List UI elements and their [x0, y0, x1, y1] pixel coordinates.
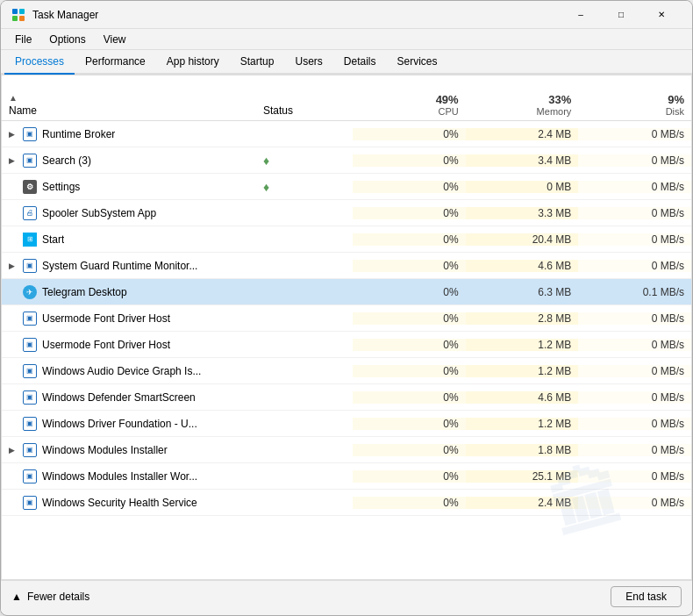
process-icon: ▣	[23, 259, 37, 273]
disk-column-header[interactable]: 9% Disk	[578, 90, 691, 120]
tab-performance[interactable]: Performance	[75, 50, 156, 75]
process-icon: ✈	[23, 285, 37, 299]
table-row[interactable]: ▣ Windows Modules Installer Wor... 0% 25…	[2, 463, 691, 490]
menu-options[interactable]: Options	[42, 32, 92, 47]
minimize-button[interactable]: –	[561, 1, 601, 29]
window-controls: – □ ✕	[561, 1, 682, 29]
table-row[interactable]: ▣ Windows Audio Device Graph Is... 0% 1.…	[2, 358, 691, 384]
process-memory-cell: 2.4 MB	[466, 497, 579, 509]
table-row[interactable]: ⊞ Start 0% 20.4 MB 0 MB/s	[2, 226, 691, 253]
process-name-label: Windows Security Health Service	[42, 497, 197, 509]
tab-startup[interactable]: Startup	[230, 50, 285, 75]
process-cpu-cell: 0%	[353, 470, 466, 483]
sort-arrow-up: ▲	[9, 93, 249, 103]
table-row[interactable]: ▣ Usermode Font Driver Host 0% 1.2 MB 0 …	[2, 332, 691, 358]
tab-app-history[interactable]: App history	[156, 50, 230, 75]
process-memory-cell: 1.2 MB	[466, 339, 579, 351]
process-cpu-cell: 0%	[353, 339, 466, 351]
process-name-label: Windows Defender SmartScreen	[42, 391, 196, 404]
process-icon: ▣	[23, 469, 37, 483]
memory-label: Memory	[473, 106, 572, 117]
process-status-cell: ♦	[256, 180, 353, 194]
process-cpu-cell: 0%	[353, 444, 466, 456]
process-cpu-cell: 0%	[353, 181, 466, 193]
table-row[interactable]: ✈ Telegram Desktop 0% 6.3 MB 0.1 MB/s	[2, 279, 691, 305]
table-row[interactable]: ▣ Usermode Font Driver Host 0% 2.8 MB 0 …	[2, 305, 691, 332]
process-cpu-cell: 0%	[353, 128, 466, 140]
process-icon: ▣	[23, 338, 37, 352]
memory-column-header[interactable]: 33% Memory	[466, 90, 579, 120]
process-name-cell: ▣ Windows Modules Installer Wor...	[2, 469, 256, 483]
process-memory-cell: 1.2 MB	[466, 365, 579, 377]
cpu-column-header[interactable]: 49% CPU	[353, 90, 466, 120]
process-icon: ▣	[23, 417, 37, 431]
process-cpu-cell: 0%	[353, 497, 466, 509]
process-disk-cell: 0 MB/s	[578, 312, 691, 325]
name-label: Name	[9, 104, 249, 117]
table-row[interactable]: 🖨 Spooler SubSystem App 0% 3.3 MB 0 MB/s	[2, 200, 691, 226]
status-column-header[interactable]: Status	[256, 101, 353, 120]
process-name-cell: ▶ ▣ System Guard Runtime Monitor...	[2, 259, 256, 273]
tab-processes[interactable]: Processes	[4, 50, 75, 75]
close-button[interactable]: ✕	[641, 1, 682, 29]
process-name-cell: 🖨 Spooler SubSystem App	[2, 206, 256, 220]
process-icon: ⚙	[23, 180, 37, 194]
process-disk-cell: 0 MB/s	[578, 470, 691, 483]
process-name-label: Settings	[42, 181, 80, 193]
svg-rect-3	[19, 16, 25, 21]
process-memory-cell: 3.4 MB	[466, 154, 579, 167]
process-name-cell: ⚙ Settings	[2, 180, 256, 194]
menu-bar: File Options View	[1, 29, 692, 50]
process-cpu-cell: 0%	[353, 233, 466, 246]
table-row[interactable]: ⚙ Settings ♦ 0% 0 MB 0 MB/s	[2, 174, 691, 200]
table-row[interactable]: ▣ Windows Defender SmartScreen 0% 4.6 MB…	[2, 384, 691, 411]
task-manager-window: Task Manager – □ ✕ File Options View Pro…	[0, 0, 693, 616]
svg-rect-1	[19, 9, 25, 14]
tab-details[interactable]: Details	[333, 50, 387, 75]
leaf-status-icon: ♦	[263, 154, 269, 168]
process-name-label: System Guard Runtime Monitor...	[42, 260, 197, 272]
process-icon: ▣	[23, 443, 37, 457]
process-icon: 🖨	[23, 206, 37, 220]
expand-arrow[interactable]: ▶	[9, 156, 18, 165]
process-disk-cell: 0 MB/s	[578, 207, 691, 219]
process-disk-cell: 0.1 MB/s	[578, 286, 691, 298]
name-column-header[interactable]: ▲ Name	[2, 90, 256, 120]
process-disk-cell: 0 MB/s	[578, 260, 691, 272]
tab-services[interactable]: Services	[387, 50, 448, 75]
maximize-button[interactable]: □	[601, 1, 641, 29]
process-disk-cell: 0 MB/s	[578, 497, 691, 509]
table-row[interactable]: ▶ ▣ Windows Modules Installer 0% 1.8 MB …	[2, 437, 691, 463]
table-row[interactable]: ▶ ▣ Search (3) ♦ 0% 3.4 MB 0 MB/s	[2, 147, 691, 174]
tab-bar: Processes Performance App history Startu…	[1, 50, 692, 75]
process-table[interactable]: ▶ ▣ Runtime Broker 0% 2.4 MB 0 MB/s ▶ ▣ …	[2, 121, 691, 579]
process-name-label: Runtime Broker	[42, 128, 115, 140]
end-task-button[interactable]: End task	[611, 586, 682, 607]
process-status-cell: ♦	[256, 154, 353, 168]
process-disk-cell: 0 MB/s	[578, 233, 691, 246]
process-name-cell: ▶ ▣ Search (3)	[2, 154, 256, 168]
process-name-label: Spooler SubSystem App	[42, 207, 156, 219]
table-row[interactable]: ▣ Windows Driver Foundation - U... 0% 1.…	[2, 411, 691, 437]
menu-view[interactable]: View	[96, 32, 133, 47]
expand-arrow[interactable]: ▶	[9, 446, 18, 455]
process-memory-cell: 4.6 MB	[466, 391, 579, 404]
table-row[interactable]: ▶ ▣ Runtime Broker 0% 2.4 MB 0 MB/s	[2, 121, 691, 147]
process-disk-cell: 0 MB/s	[578, 444, 691, 456]
table-row[interactable]: ▶ ▣ System Guard Runtime Monitor... 0% 4…	[2, 253, 691, 279]
process-memory-cell: 1.8 MB	[466, 444, 579, 456]
process-icon: ▣	[23, 390, 37, 405]
expand-arrow[interactable]: ▶	[9, 130, 18, 139]
menu-file[interactable]: File	[8, 32, 39, 47]
process-cpu-cell: 0%	[353, 154, 466, 167]
chevron-down-icon: ▲	[11, 591, 22, 603]
disk-percent: 9%	[585, 93, 684, 106]
fewer-details-button[interactable]: ▲ Fewer details	[11, 591, 89, 603]
tab-users[interactable]: Users	[284, 50, 332, 75]
process-cpu-cell: 0%	[353, 391, 466, 404]
expand-arrow[interactable]: ▶	[9, 261, 18, 270]
process-name-label: Usermode Font Driver Host	[42, 312, 170, 325]
table-row[interactable]: ▣ Windows Security Health Service 0% 2.4…	[2, 490, 691, 516]
process-memory-cell: 25.1 MB	[466, 470, 579, 483]
fewer-details-label: Fewer details	[27, 591, 89, 603]
